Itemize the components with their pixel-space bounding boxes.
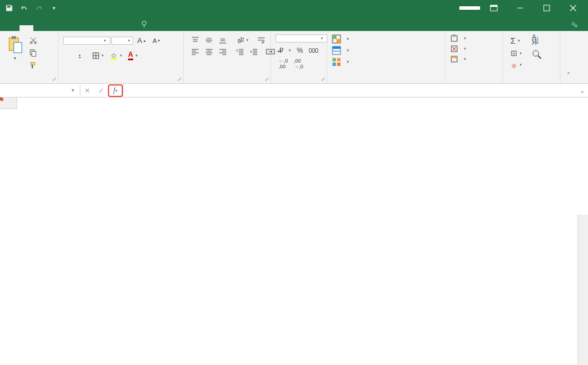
svg-text:ab: ab <box>236 36 244 44</box>
decrease-indent-button[interactable] <box>233 46 247 57</box>
ribbon-tabs <box>0 16 588 31</box>
tab-page-layout[interactable] <box>47 25 61 31</box>
delete-cells-button[interactable] <box>450 44 498 54</box>
titlebar: ▼ <box>0 0 588 16</box>
maximize-button[interactable] <box>534 0 559 16</box>
border-button[interactable] <box>90 49 107 62</box>
font-name-select[interactable]: ▾ <box>63 37 110 45</box>
tab-home[interactable] <box>20 25 33 31</box>
font-color-button[interactable]: А <box>125 49 141 62</box>
svg-rect-50 <box>332 58 336 61</box>
name-box[interactable]: ▼ <box>0 84 80 97</box>
login-button[interactable] <box>459 6 480 10</box>
group-font-label <box>63 81 179 82</box>
align-left-button[interactable] <box>188 46 202 57</box>
cancel-formula-button[interactable]: ✕ <box>80 84 94 97</box>
insert-function-button[interactable]: fx <box>108 84 123 97</box>
paste-button[interactable]: ▼ <box>5 34 25 61</box>
svg-rect-3 <box>544 5 550 11</box>
number-format-select[interactable]: ▾ <box>276 34 327 42</box>
font-size-select[interactable]: ▾ <box>111 37 133 45</box>
increase-indent-button[interactable] <box>247 46 261 57</box>
clear-button[interactable] <box>508 60 525 70</box>
format-cells-button[interactable] <box>450 54 498 64</box>
wrap-text-button[interactable] <box>254 34 269 46</box>
ribbon: ▼ ⤢ ▾ ▾ A▴ A▾ <box>0 31 588 84</box>
svg-rect-45 <box>332 35 336 39</box>
copy-button[interactable] <box>28 47 39 59</box>
conditional-formatting-button[interactable] <box>332 33 440 45</box>
number-launcher[interactable]: ⤢ <box>321 76 326 82</box>
tab-insert[interactable] <box>33 25 47 31</box>
clipboard-launcher[interactable]: ⤢ <box>52 76 57 82</box>
ribbon-display-button[interactable] <box>481 0 506 16</box>
fill-button[interactable] <box>508 48 525 59</box>
formula-input[interactable] <box>123 90 577 92</box>
sort-filter-button[interactable]: АЯ <box>531 34 543 47</box>
increase-decimal-button[interactable]: ←,0,00 <box>276 56 291 71</box>
tab-review[interactable] <box>88 25 102 31</box>
svg-rect-52 <box>332 63 336 66</box>
cell-styles-button[interactable] <box>332 56 440 68</box>
decrease-decimal-button[interactable]: ,00→,0 <box>291 56 307 71</box>
format-painter-button[interactable] <box>28 60 39 71</box>
svg-rect-60 <box>451 56 457 58</box>
vertical-scrollbar[interactable] <box>578 215 588 365</box>
redo-button[interactable] <box>32 1 46 15</box>
select-all-corner[interactable] <box>0 98 17 109</box>
svg-rect-15 <box>31 63 35 65</box>
collapse-ribbon-button[interactable]: ˄ <box>560 31 577 83</box>
italic-button[interactable] <box>69 49 75 62</box>
svg-text:Я: Я <box>532 38 537 46</box>
tab-view[interactable] <box>102 25 116 31</box>
align-bottom-button[interactable] <box>216 34 230 46</box>
tab-file[interactable] <box>3 25 20 31</box>
svg-rect-51 <box>337 58 341 61</box>
increase-font-button[interactable]: A▴ <box>134 34 149 46</box>
close-button[interactable] <box>560 0 586 16</box>
tell-me[interactable] <box>134 17 157 31</box>
svg-rect-55 <box>453 34 455 37</box>
underline-button[interactable] <box>75 49 84 62</box>
svg-point-7 <box>575 25 577 27</box>
orientation-button[interactable]: ab <box>233 34 252 46</box>
expand-formula-bar[interactable]: ⌄ <box>577 87 588 95</box>
find-select-button[interactable] <box>531 48 543 61</box>
format-as-table-button[interactable] <box>332 45 440 56</box>
decrease-font-button[interactable]: A▾ <box>150 36 163 46</box>
formula-bar: ▼ ✕ ✓ fx ⌄ <box>0 84 588 98</box>
svg-rect-14 <box>32 51 36 56</box>
cut-button[interactable] <box>28 34 39 46</box>
svg-point-6 <box>572 22 575 25</box>
fill-color-button[interactable] <box>107 49 125 62</box>
minimize-button[interactable] <box>508 0 533 16</box>
align-middle-button[interactable] <box>202 34 216 46</box>
group-align-label <box>188 81 266 82</box>
spreadsheet-grid[interactable] <box>0 98 588 365</box>
tab-formulas[interactable] <box>61 25 75 31</box>
svg-line-65 <box>538 56 541 59</box>
bold-button[interactable] <box>63 49 69 62</box>
font-launcher[interactable]: ⤢ <box>177 76 182 82</box>
share-button[interactable] <box>564 18 588 31</box>
insert-cells-button[interactable] <box>450 33 498 44</box>
qat-customize[interactable]: ▼ <box>47 1 61 15</box>
comma-button[interactable]: 000 <box>306 45 322 56</box>
undo-button[interactable] <box>17 1 31 15</box>
align-right-button[interactable] <box>216 46 230 57</box>
percent-button[interactable]: % <box>294 45 306 56</box>
autosum-button[interactable]: Σ <box>508 34 525 47</box>
svg-rect-53 <box>337 63 341 66</box>
tab-help[interactable] <box>116 25 130 31</box>
align-center-button[interactable] <box>202 46 216 57</box>
align-top-button[interactable] <box>188 34 202 46</box>
align-launcher[interactable]: ⤢ <box>265 76 269 82</box>
svg-rect-46 <box>336 39 341 43</box>
svg-text:₽: ₽ <box>279 46 284 55</box>
enter-formula-button[interactable]: ✓ <box>94 84 108 97</box>
tab-data[interactable] <box>75 25 88 31</box>
svg-point-4 <box>142 21 146 25</box>
accounting-format-button[interactable]: ₽ <box>276 45 294 56</box>
group-cells-label <box>450 81 498 82</box>
save-button[interactable] <box>2 1 16 15</box>
